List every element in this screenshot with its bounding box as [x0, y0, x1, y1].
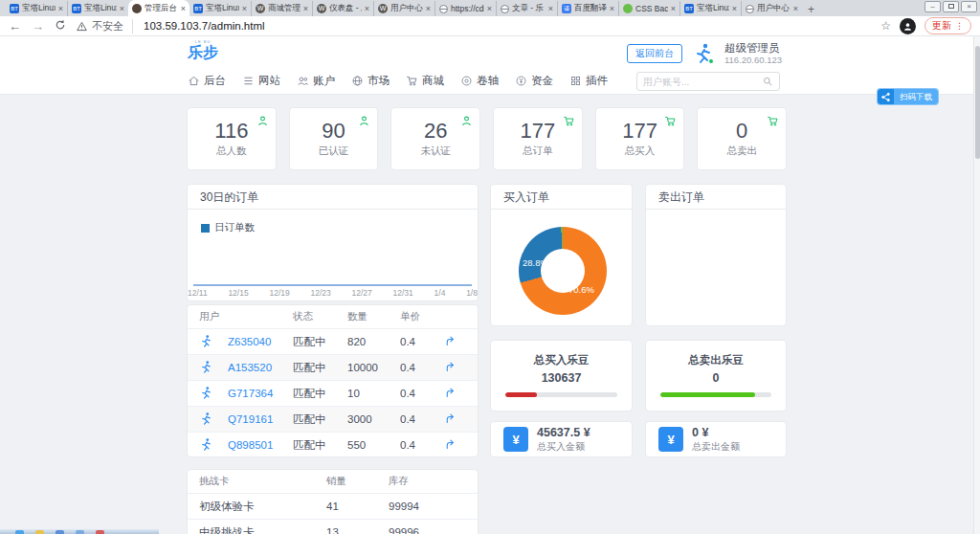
table-row: 初级体验卡 41 99994 [188, 493, 478, 519]
tab-close-icon[interactable]: × [181, 4, 186, 13]
browser-tab[interactable]: BT宝塔Linux面× [189, 1, 251, 16]
tab-close-icon[interactable]: × [548, 4, 553, 13]
challenge-card-table: 挑战卡 销量 库存 初级体验卡 41 99994 中级挑战卡 13 99996 [187, 469, 479, 534]
cart-icon [406, 75, 418, 87]
users-icon [297, 75, 309, 87]
maximize-icon [948, 4, 954, 9]
tab-close-icon[interactable]: × [58, 4, 63, 13]
forward-action-icon[interactable] [444, 438, 457, 453]
tab-close-icon[interactable]: × [793, 4, 798, 13]
user-link[interactable]: G717364 [228, 388, 293, 399]
nav-item-zhanghu[interactable]: 账户 [297, 74, 335, 88]
taskbar-icon[interactable] [35, 530, 44, 534]
browser-tab[interactable]: BT宝塔Linux面× [679, 1, 741, 16]
admin-name: 超级管理员 [724, 41, 782, 55]
panel-title: 买入订单 [491, 185, 632, 210]
page-scrollbar[interactable] [973, 36, 980, 534]
tab-close-icon[interactable]: × [732, 4, 737, 13]
legend-swatch [201, 224, 210, 233]
user-link[interactable]: Q898501 [228, 439, 293, 451]
admin-avatar[interactable] [692, 42, 715, 65]
browser-tab[interactable]: 文章 - 乐× [496, 1, 557, 16]
nav-item-zijin[interactable]: 资金 [515, 74, 553, 88]
user-link[interactable]: A153520 [228, 362, 293, 373]
total-buy-beans-panel: 总买入乐豆 130637 [490, 340, 633, 412]
browser-tab[interactable]: 用户中心 - 1× [741, 1, 802, 16]
home-icon [188, 75, 200, 87]
tab-close-icon[interactable]: × [610, 4, 614, 13]
reload-icon[interactable] [55, 19, 66, 33]
search-icon[interactable] [762, 76, 773, 87]
profile-avatar-icon[interactable] [900, 18, 916, 34]
admin-ip: 116.20.60.123 [724, 55, 782, 66]
back-icon[interactable]: ← [9, 19, 21, 33]
baota-favicon: BT [684, 4, 694, 13]
buy-orders-donut-chart[interactable]: 28.8% 70.6% [519, 227, 607, 315]
tab-close-icon[interactable]: × [426, 4, 431, 13]
sell-orders-panel: 卖出订单 [645, 184, 787, 326]
tab-close-icon[interactable]: × [365, 4, 369, 13]
tab-close-icon[interactable]: × [303, 4, 308, 13]
bookmark-star-icon[interactable]: ☆ [880, 19, 891, 33]
forward-icon[interactable]: → [32, 19, 44, 33]
stat-unverified: 26 未认证 [390, 107, 480, 170]
globe-favicon [501, 5, 509, 13]
list-icon [242, 75, 255, 87]
taskbar-icon[interactable] [15, 530, 24, 534]
browser-tab[interactable]: W用户中心-乐× [373, 1, 434, 16]
taskbar-icon[interactable] [56, 530, 64, 534]
tab-close-icon[interactable]: × [487, 4, 492, 13]
minimize-button[interactable]: – [924, 1, 941, 12]
taskbar-icon[interactable] [76, 530, 84, 534]
browser-tab[interactable]: BT宝塔Linux面× [67, 1, 128, 16]
back-to-front-button[interactable]: 返回前台 [627, 44, 682, 63]
close-window-button[interactable]: × [961, 1, 977, 12]
person-icon [256, 114, 269, 131]
browser-menu-icon[interactable]: ⋮ [955, 21, 964, 31]
windows-taskbar[interactable] [0, 529, 159, 534]
user-link[interactable]: Z635040 [228, 336, 293, 347]
site-logo[interactable]: LE BU 乐步 [188, 40, 218, 60]
browser-tab[interactable]: W商城管理 - 3× [251, 1, 312, 16]
update-button[interactable]: 更新 ⋮ [924, 17, 971, 34]
forward-action-icon[interactable] [444, 335, 457, 349]
browser-tab[interactable]: 译百度翻译-20× [557, 1, 618, 16]
url-text[interactable]: 103.59.103.7/admin.html [144, 20, 265, 32]
new-tab-button[interactable]: + [808, 3, 814, 16]
browser-tab[interactable]: BT宝塔Linux面× [6, 1, 67, 16]
forward-action-icon[interactable] [444, 387, 457, 401]
donut-label-orange: 70.6% [568, 284, 594, 295]
table-row: Z635040 匹配中 820 0.4 [188, 328, 478, 354]
scrollbar-thumb[interactable] [975, 46, 980, 159]
baidu-translate-favicon: 译 [562, 4, 571, 13]
cart-icon [563, 114, 575, 131]
nav-item-juanzhou[interactable]: 卷轴 [460, 74, 499, 88]
browser-tab[interactable]: CSS Backgr× [618, 1, 679, 16]
forward-action-icon[interactable] [444, 412, 457, 427]
tab-close-icon[interactable]: × [242, 4, 247, 13]
browser-tab-active[interactable]: 管理后台× [128, 0, 189, 16]
nav-item-shangcheng[interactable]: 商城 [406, 74, 444, 88]
download-float-button[interactable]: 扫码下载 [878, 89, 938, 104]
browser-tab[interactable]: W仪表盘 - 乐× [312, 1, 373, 16]
globe-favicon [439, 5, 448, 13]
nav-item-shichang[interactable]: 市场 [351, 74, 390, 88]
nav-item-wangzhan[interactable]: 网站 [242, 74, 280, 88]
taskbar-icon[interactable] [96, 530, 104, 534]
chart-legend[interactable]: 日订单数 [201, 221, 255, 234]
browser-tab[interactable]: https://cdn× [434, 1, 496, 16]
window-controls: – × [924, 1, 977, 12]
nav-item-houtai[interactable]: 后台 [188, 74, 226, 88]
tab-close-icon[interactable]: × [120, 4, 124, 13]
nav-item-chajian[interactable]: 插件 [569, 74, 608, 88]
search-input[interactable] [643, 77, 762, 87]
maximize-button[interactable] [943, 1, 959, 12]
header-right: 返回前台 超级管理员 116.20.60.123 [627, 41, 782, 66]
tab-close-icon[interactable]: × [671, 4, 676, 13]
css-favicon [623, 4, 633, 13]
main-nav: 后台 网站 账户 市场 商城 卷轴 资金 插件 [0, 68, 973, 95]
table-row: Q719161 匹配中 3000 0.4 [188, 406, 478, 432]
user-link[interactable]: Q719161 [228, 413, 293, 425]
forward-action-icon[interactable] [444, 361, 457, 375]
security-chip[interactable]: 不安全 [77, 19, 133, 33]
